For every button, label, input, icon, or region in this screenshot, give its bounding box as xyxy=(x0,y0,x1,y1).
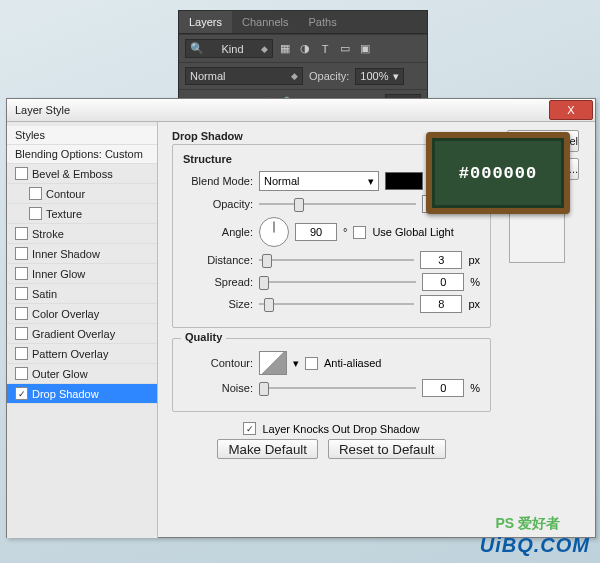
style-item-stroke[interactable]: Stroke xyxy=(7,224,157,244)
blend-mode-value: Normal xyxy=(190,70,225,82)
tab-layers[interactable]: Layers xyxy=(179,11,232,33)
opacity-field[interactable]: 100%▾ xyxy=(355,68,403,85)
angle-unit: ° xyxy=(343,226,347,238)
style-item-label: Bevel & Emboss xyxy=(32,168,113,180)
style-item-label: Outer Glow xyxy=(32,368,88,380)
type-icon[interactable]: T xyxy=(317,41,333,57)
style-item-label: Stroke xyxy=(32,228,64,240)
use-global-light-checkbox[interactable] xyxy=(353,226,366,239)
style-item-gradient-overlay[interactable]: Gradient Overlay xyxy=(7,324,157,344)
contour-label: Contour: xyxy=(183,357,253,369)
use-global-light-label: Use Global Light xyxy=(372,226,453,238)
opacity-label: Opacity: xyxy=(309,70,349,82)
preview-swatch xyxy=(509,207,565,263)
spread-slider[interactable] xyxy=(259,275,416,289)
style-item-label: Satin xyxy=(32,288,57,300)
checkbox-icon[interactable] xyxy=(15,307,28,320)
quality-legend: Quality xyxy=(181,331,226,343)
checkbox-icon[interactable] xyxy=(15,247,28,260)
color-annotation-chalkboard: #000000 xyxy=(426,132,570,214)
style-item-label: Color Overlay xyxy=(32,308,99,320)
style-item-texture[interactable]: Texture xyxy=(7,204,157,224)
anti-aliased-label: Anti-aliased xyxy=(324,357,381,369)
spread-input[interactable]: 0 xyxy=(422,273,464,291)
style-item-bevel-emboss[interactable]: Bevel & Emboss xyxy=(7,164,157,184)
checkbox-icon[interactable] xyxy=(29,187,42,200)
style-item-inner-shadow[interactable]: Inner Shadow xyxy=(7,244,157,264)
style-item-label: Styles xyxy=(15,129,45,141)
noise-slider[interactable] xyxy=(259,381,416,395)
anti-aliased-checkbox[interactable] xyxy=(305,357,318,370)
knockout-checkbox[interactable]: ✓ xyxy=(243,422,256,435)
noise-input[interactable]: 0 xyxy=(422,379,464,397)
knockout-label: Layer Knocks Out Drop Shadow xyxy=(262,423,419,435)
image-icon[interactable]: ▦ xyxy=(277,41,293,57)
checkbox-icon[interactable] xyxy=(15,167,28,180)
size-input[interactable]: 8 xyxy=(420,295,462,313)
reset-default-button[interactable]: Reset to Default xyxy=(328,439,446,459)
layers-panel-tabs: Layers Channels Paths xyxy=(179,11,427,34)
blend-mode-label: Blend Mode: xyxy=(183,175,253,187)
size-unit: px xyxy=(468,298,480,310)
checkbox-icon[interactable] xyxy=(15,347,28,360)
distance-label: Distance: xyxy=(183,254,253,266)
styles-list: StylesBlending Options: CustomBevel & Em… xyxy=(7,122,158,538)
style-item-label: Texture xyxy=(46,208,82,220)
checkbox-icon[interactable]: ✓ xyxy=(15,387,28,400)
style-item-label: Inner Shadow xyxy=(32,248,100,260)
checkbox-icon[interactable] xyxy=(29,207,42,220)
style-item-label: Blending Options: Custom xyxy=(15,148,143,160)
noise-unit: % xyxy=(470,382,480,394)
size-label: Size: xyxy=(183,298,253,310)
style-item-styles[interactable]: Styles xyxy=(7,126,157,145)
quality-group: Quality Contour: ▾ Anti-aliased Noise: 0… xyxy=(172,338,491,412)
spread-label: Spread: xyxy=(183,276,253,288)
blend-mode-select[interactable]: Normal▾ xyxy=(259,171,379,191)
contour-picker[interactable] xyxy=(259,351,287,375)
size-slider[interactable] xyxy=(259,297,414,311)
blend-mode-dropdown[interactable]: Normal◆ xyxy=(185,67,303,85)
smart-icon[interactable]: ▣ xyxy=(357,41,373,57)
style-item-inner-glow[interactable]: Inner Glow xyxy=(7,264,157,284)
style-item-label: Drop Shadow xyxy=(32,388,99,400)
style-item-pattern-overlay[interactable]: Pattern Overlay xyxy=(7,344,157,364)
checkbox-icon[interactable] xyxy=(15,327,28,340)
style-item-label: Inner Glow xyxy=(32,268,85,280)
tab-channels[interactable]: Channels xyxy=(232,11,298,33)
distance-unit: px xyxy=(468,254,480,266)
style-item-label: Gradient Overlay xyxy=(32,328,115,340)
shape-icon[interactable]: ▭ xyxy=(337,41,353,57)
watermark-text: PS 爱好者 xyxy=(495,515,560,533)
close-button[interactable]: X xyxy=(549,100,593,120)
opacity-slider[interactable] xyxy=(259,197,416,211)
style-item-drop-shadow[interactable]: ✓Drop Shadow xyxy=(7,384,157,404)
checkbox-icon[interactable] xyxy=(15,367,28,380)
style-item-label: Contour xyxy=(46,188,85,200)
angle-dial[interactable] xyxy=(259,217,289,247)
dialog-title: Layer Style xyxy=(15,104,70,116)
checkbox-icon[interactable] xyxy=(15,287,28,300)
style-item-label: Pattern Overlay xyxy=(32,348,108,360)
filter-kind-label: Kind xyxy=(221,43,243,55)
fx-icon[interactable]: ◑ xyxy=(297,41,313,57)
style-item-contour[interactable]: Contour xyxy=(7,184,157,204)
tab-paths[interactable]: Paths xyxy=(299,11,347,33)
shadow-color-swatch[interactable] xyxy=(385,172,423,190)
style-item-outer-glow[interactable]: Outer Glow xyxy=(7,364,157,384)
opacity-label2: Opacity: xyxy=(183,198,253,210)
filter-kind-dropdown[interactable]: 🔍Kind◆ xyxy=(185,39,273,58)
titlebar[interactable]: Layer Style X xyxy=(7,99,595,122)
checkbox-icon[interactable] xyxy=(15,267,28,280)
distance-input[interactable]: 3 xyxy=(420,251,462,269)
style-item-satin[interactable]: Satin xyxy=(7,284,157,304)
make-default-button[interactable]: Make Default xyxy=(217,439,318,459)
distance-slider[interactable] xyxy=(259,253,414,267)
angle-label: Angle: xyxy=(183,226,253,238)
watermark-url: UiBQ.COM xyxy=(480,534,590,557)
angle-input[interactable]: 90 xyxy=(295,223,337,241)
noise-label: Noise: xyxy=(183,382,253,394)
style-item-blending-options-custom[interactable]: Blending Options: Custom xyxy=(7,145,157,164)
style-item-color-overlay[interactable]: Color Overlay xyxy=(7,304,157,324)
checkbox-icon[interactable] xyxy=(15,227,28,240)
spread-unit: % xyxy=(470,276,480,288)
